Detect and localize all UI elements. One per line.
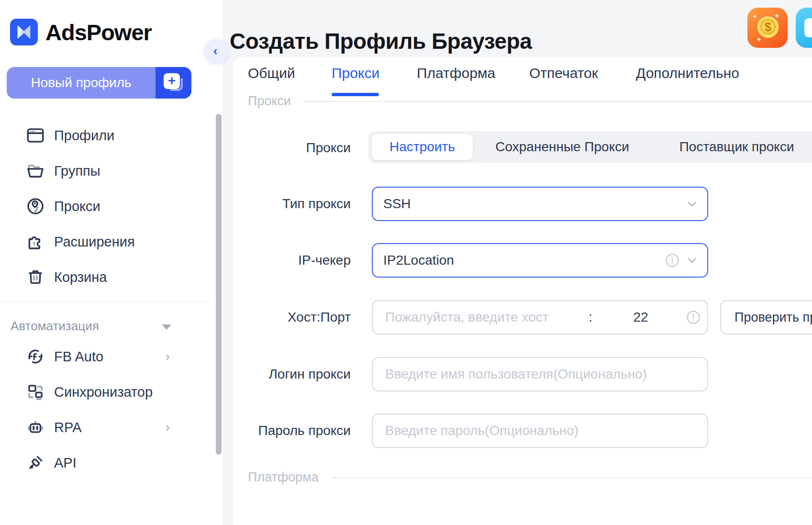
sidebar-item-fb-auto[interactable]: FB Auto ›: [0, 341, 211, 372]
section-platform-title: Платформа: [248, 470, 319, 485]
port-input[interactable]: [595, 309, 686, 325]
host-input[interactable]: [384, 309, 586, 325]
globe-pin-icon: [25, 196, 45, 216]
create-profile-card: Общий Прокси Платформа Отпечаток Дополни…: [233, 57, 812, 525]
new-profile-button[interactable]: Новый профиль +: [7, 67, 191, 99]
chevron-left-icon: ‹: [213, 45, 218, 57]
chevron-right-icon: ›: [166, 420, 170, 435]
sidebar-item-api[interactable]: API: [0, 447, 211, 478]
proxy-login-field: [372, 357, 708, 391]
tab-proxy[interactable]: Прокси: [332, 65, 379, 84]
section-platform: Платформа: [248, 470, 812, 485]
sidebar-group-automation[interactable]: Автоматизация: [0, 315, 211, 336]
ip-checker-select[interactable]: IP2Location: [372, 243, 708, 278]
sidebar-item-label: FB Auto: [54, 349, 103, 365]
proxy-login-label: Логин прокси: [233, 357, 351, 391]
tab-fingerprint[interactable]: Отпечаток: [529, 65, 598, 84]
sidebar-item-label: Корзина: [54, 269, 107, 285]
check-proxy-button[interactable]: Проверить про: [720, 300, 812, 335]
check-proxy-button-label: Проверить про: [734, 310, 812, 325]
sidebar: AdsPower Новый профиль + Профили: [0, 0, 222, 525]
proxy-type-select[interactable]: SSH: [372, 187, 708, 221]
robot-icon: [25, 417, 45, 437]
gift-glyph: [804, 18, 812, 37]
sidebar-item-rpa[interactable]: RPA ›: [0, 412, 211, 443]
brand-logo: AdsPower: [10, 17, 152, 47]
host-port-separator: :: [586, 310, 595, 325]
section-divider-line: [331, 477, 812, 478]
proxy-password-field: [372, 413, 708, 448]
sidebar-item-label: Синхронизатор: [54, 384, 153, 400]
coin-rewards-app-icon[interactable]: $: [747, 8, 788, 48]
caret-down-icon: [162, 324, 171, 330]
sidebar-item-label: Профили: [54, 128, 114, 144]
sidebar-item-profiles[interactable]: Профили: [0, 120, 211, 151]
section-proxy: Прокси: [248, 94, 812, 109]
brand-name: AdsPower: [45, 19, 152, 45]
tab-platform[interactable]: Платформа: [417, 65, 495, 84]
sync-icon: [25, 382, 45, 402]
trash-icon: [25, 267, 45, 287]
sidebar-item-label: Прокси: [54, 199, 100, 214]
proxy-login-input[interactable]: [384, 366, 707, 382]
adspower-logo-icon: [10, 19, 38, 45]
segment-proxy-provider[interactable]: Поставщик прокси: [652, 131, 812, 163]
proxy-type-value: SSH: [383, 196, 686, 212]
section-proxy-title: Прокси: [248, 94, 291, 109]
ip-checker-value: IP2Location: [383, 253, 665, 268]
new-profile-plus-icon: +: [164, 73, 180, 89]
sidebar-item-proxy[interactable]: Прокси: [0, 191, 211, 222]
proxy-password-label: Пароль прокси: [233, 413, 351, 448]
app-window: AdsPower Новый профиль + Профили: [0, 0, 812, 525]
segment-configure[interactable]: Настроить: [372, 134, 473, 160]
warning-icon[interactable]: [665, 253, 679, 268]
sidebar-item-synchronizer[interactable]: Синхронизатор: [0, 377, 211, 407]
new-profile-quick-add[interactable]: +: [156, 67, 191, 99]
sidebar-divider: [0, 302, 211, 302]
puzzle-icon: [25, 232, 45, 252]
segment-saved-proxies[interactable]: Сохраненные Прокси: [473, 131, 652, 163]
chevron-right-icon: ›: [166, 349, 170, 364]
svg-text:$: $: [765, 20, 772, 34]
proxy-mode-segmented-control: Настроить Сохраненные Прокси Поставщик п…: [368, 131, 812, 163]
sidebar-item-label: Группы: [54, 163, 100, 179]
sidebar-item-trash[interactable]: Корзина: [0, 262, 211, 292]
proxy-password-input[interactable]: [384, 423, 707, 439]
proxy-type-label: Тип прокси: [233, 187, 351, 221]
collapse-sidebar-button[interactable]: ‹: [204, 39, 228, 63]
host-port-label: Хост:Порт: [233, 300, 351, 335]
section-divider-line: [303, 101, 812, 102]
sidebar-scrollbar[interactable]: [216, 114, 222, 455]
sidebar-item-label: Расширения: [54, 234, 135, 250]
sidebar-item-extensions[interactable]: Расширения: [0, 226, 211, 257]
proxy-mode-label: Прокси: [233, 132, 351, 164]
warning-icon[interactable]: [686, 310, 701, 324]
new-profile-label: Новый профиль: [7, 67, 156, 99]
chevron-down-icon: [686, 198, 698, 210]
browser-window-icon: [25, 125, 45, 145]
host-port-field: :: [372, 300, 708, 335]
folder-icon: [25, 161, 45, 181]
gift-app-icon[interactable]: [796, 8, 812, 48]
plug-icon: [25, 453, 45, 473]
ip-checker-label: IP-чекер: [233, 243, 351, 278]
sidebar-item-groups[interactable]: Группы: [0, 156, 211, 186]
automation-header-label: Автоматизация: [11, 319, 99, 334]
tab-advanced[interactable]: Дополнительно: [636, 65, 739, 84]
page-title: Создать Профиль Браузера: [230, 28, 532, 54]
chevron-down-icon: [686, 255, 698, 266]
sidebar-item-label: API: [54, 455, 77, 471]
fb-auto-icon: [25, 346, 45, 367]
tab-general[interactable]: Общий: [248, 65, 295, 84]
sidebar-item-label: RPA: [54, 420, 81, 436]
